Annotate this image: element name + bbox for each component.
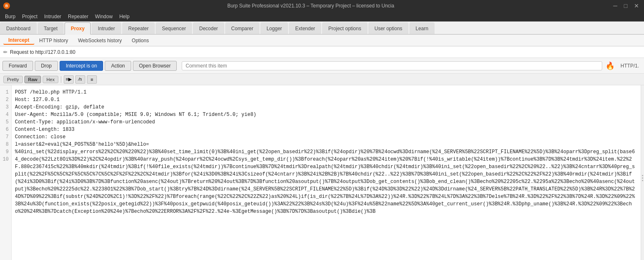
flame-icon: 🔥 bbox=[606, 61, 615, 70]
comment-input[interactable] bbox=[182, 61, 602, 70]
nav-tab-sequencer[interactable]: Sequencer bbox=[156, 22, 192, 34]
format-icon-button[interactable]: ≡▶ bbox=[64, 75, 74, 84]
line-number-5: 5 bbox=[2, 118, 9, 126]
code-line-2: Host: 127.0.0.1 bbox=[15, 96, 637, 104]
line-number-6: 6 bbox=[2, 126, 9, 133]
action-button[interactable]: Action bbox=[105, 61, 131, 71]
raw-button[interactable]: Raw bbox=[24, 76, 41, 83]
menu-icon-button[interactable]: ≡ bbox=[87, 75, 97, 84]
toolbar: Forward Drop Intercept is on Action Open… bbox=[0, 58, 644, 74]
line-number-3: 3 bbox=[2, 104, 9, 111]
scrollbar-dots bbox=[641, 175, 644, 181]
nav-tab-repeater[interactable]: Repeater bbox=[122, 22, 155, 34]
minimize-button[interactable]: ─ bbox=[612, 2, 619, 9]
request-url: Request to http://127.0.0.1:80 bbox=[10, 49, 75, 55]
line-number-4: 4 bbox=[2, 111, 9, 118]
menu-item-project[interactable]: Project bbox=[19, 13, 41, 20]
nav-tab-comparer[interactable]: Comparer bbox=[225, 22, 260, 34]
sub-tabs: InterceptHTTP historyWebSockets historyO… bbox=[0, 35, 644, 46]
forward-button[interactable]: Forward bbox=[2, 61, 33, 71]
code-line-1: POST /hello.php HTTP/1.1 bbox=[15, 89, 637, 96]
maximize-button[interactable]: □ bbox=[622, 2, 629, 9]
intercept-toggle-button[interactable]: Intercept is on bbox=[60, 61, 103, 71]
menu-item-window[interactable]: Window bbox=[91, 13, 116, 20]
nav-tab-proxy[interactable]: Proxy bbox=[65, 22, 91, 35]
main-nav: DashboardTargetProxyIntruderRepeaterSequ… bbox=[0, 22, 644, 35]
app-logo: B bbox=[3, 2, 10, 9]
nav-tab-target[interactable]: Target bbox=[38, 22, 64, 34]
code-editor[interactable]: POST /hello.php HTTP/1.1Host: 127.0.0.1A… bbox=[12, 85, 641, 260]
burp-logo-icon: B bbox=[3, 2, 10, 9]
code-line-10: %40ini_set(%22display_errors%22%2C%20%22… bbox=[15, 148, 637, 215]
line-number-8: 8 bbox=[2, 141, 9, 148]
code-line-5: Content-Type: application/x-www-form-url… bbox=[15, 118, 637, 126]
menu-item-repeater[interactable]: Repeater bbox=[65, 13, 91, 20]
nav-tab-learn[interactable]: Learn bbox=[409, 22, 435, 34]
nav-tab-decoder[interactable]: Decoder bbox=[193, 22, 224, 34]
close-button[interactable]: ✕ bbox=[632, 2, 641, 9]
menu-item-help[interactable]: Help bbox=[116, 13, 133, 20]
line-number-1: 1 bbox=[2, 89, 9, 96]
menu-item-intruder[interactable]: Intruder bbox=[41, 13, 65, 20]
sub-tab-http-history[interactable]: HTTP history bbox=[34, 37, 73, 44]
pencil-icon: ✏ bbox=[3, 49, 7, 55]
nav-tab-intruder[interactable]: Intruder bbox=[91, 22, 121, 34]
format-toolbar: Pretty Raw Hex ≡▶ ∕n ≡ bbox=[0, 74, 644, 85]
request-bar: ✏ Request to http://127.0.0.1:80 bbox=[0, 46, 644, 58]
sub-tab-intercept[interactable]: Intercept bbox=[3, 36, 34, 45]
menu-item-burp[interactable]: Burp bbox=[2, 13, 19, 20]
sub-tab-options[interactable]: Options bbox=[127, 37, 154, 44]
right-scrollbar[interactable] bbox=[641, 85, 644, 260]
code-line-6: Content-Length: 1833 bbox=[15, 126, 637, 133]
titlebar: B Burp Suite Professional v2021.10.3 – T… bbox=[0, 0, 644, 12]
nav-tab-dashboard[interactable]: Dashboard bbox=[0, 22, 37, 34]
code-line-3: Accept-Encoding: gzip, deflate bbox=[15, 104, 637, 111]
nav-tab-logger[interactable]: Logger bbox=[260, 22, 288, 34]
nav-tab-user-options[interactable]: User options bbox=[368, 22, 409, 34]
line-number-2: 2 bbox=[2, 96, 9, 104]
window-title: Burp Suite Professional v2021.10.3 – Tem… bbox=[10, 3, 612, 9]
sub-tab-websockets-history[interactable]: WebSockets history bbox=[73, 37, 127, 44]
nav-tab-extender[interactable]: Extender bbox=[289, 22, 321, 34]
code-line-7: Connection: close bbox=[15, 133, 637, 141]
window-controls: ─ □ ✕ bbox=[612, 2, 641, 9]
drop-button[interactable]: Drop bbox=[35, 61, 58, 71]
open-browser-button[interactable]: Open Browser bbox=[133, 61, 177, 71]
menubar: BurpProjectIntruderRepeaterWindowHelp bbox=[0, 12, 644, 22]
code-line-4: User-Agent: Mozilla/5.0 (compatible; MSI… bbox=[15, 111, 637, 118]
pretty-button[interactable]: Pretty bbox=[3, 76, 23, 83]
line-number-10: 10 bbox=[2, 156, 9, 163]
line-number-7: 7 bbox=[2, 133, 9, 141]
hex-button[interactable]: Hex bbox=[43, 76, 58, 83]
menu-icon: ≡ bbox=[91, 77, 93, 82]
newline-icon-button[interactable]: ∕n bbox=[75, 75, 85, 84]
http-version-label: HTTP/1. bbox=[618, 62, 642, 70]
content-area: 12345678910 POST /hello.php HTTP/1.1Host… bbox=[0, 85, 644, 260]
format-icon: ≡▶ bbox=[66, 77, 72, 82]
separator bbox=[61, 76, 61, 83]
line-numbers: 12345678910 bbox=[0, 85, 12, 260]
code-line-9: l=assert&2=eval(%24_POST%5B'hello'%5D)&h… bbox=[15, 141, 637, 148]
nav-tab-project-options[interactable]: Project options bbox=[322, 22, 367, 34]
newline-icon: ∕n bbox=[79, 77, 82, 82]
line-number-9: 9 bbox=[2, 148, 9, 156]
